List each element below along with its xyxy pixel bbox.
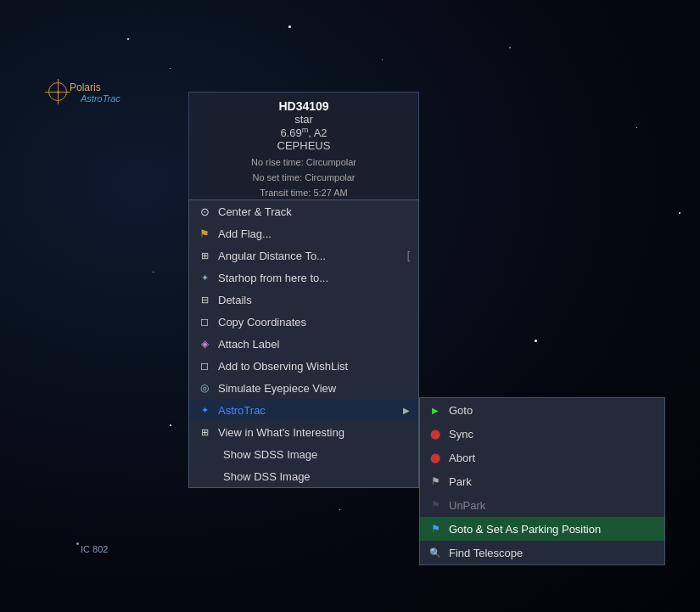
object-info-box: HD34109 star 6.69m, A2 CEPHEUS No rise t… xyxy=(188,92,419,208)
find-telescope-label: Find Telescope xyxy=(449,547,523,559)
menu-item-add-flag[interactable]: ⚑ Add Flag... xyxy=(189,222,418,244)
menu-item-simulate-eyepiece[interactable]: ◎ Simulate Eyepiece View xyxy=(189,377,418,399)
goto-icon: ▶ xyxy=(428,403,442,417)
star-dot xyxy=(636,127,637,128)
star-dot xyxy=(382,59,383,60)
goto-set-parking-label: Goto & Set As Parking Position xyxy=(449,523,601,536)
starhop-label: Starhop from here to... xyxy=(218,272,328,284)
submenu-item-park[interactable]: ⚑ Park xyxy=(420,469,664,493)
simulate-eyepiece-icon: ◎ xyxy=(198,381,211,395)
menu-item-show-dss[interactable]: Show DSS Image xyxy=(189,465,418,487)
goto-set-parking-icon: ⚑ xyxy=(428,522,442,536)
sync-label: Sync xyxy=(449,428,473,441)
menu-item-starhop[interactable]: ✦ Starhop from here to... xyxy=(189,267,418,289)
object-type: star xyxy=(194,113,413,126)
simulate-eyepiece-label: Simulate Eyepiece View xyxy=(218,382,336,395)
context-menu: ⊙ Center & Track ⚑ Add Flag... ⊞ Angular… xyxy=(188,199,419,488)
submenu-item-unpark: ⚑ UnPark xyxy=(420,493,664,517)
star-dot xyxy=(288,25,291,28)
menu-item-details[interactable]: ⊟ Details xyxy=(189,289,418,311)
center-track-label: Center & Track xyxy=(218,205,292,218)
starhop-icon: ✦ xyxy=(198,271,211,284)
details-icon: ⊟ xyxy=(198,293,211,306)
angular-distance-label: Angular Distance To... xyxy=(218,250,326,262)
add-flag-icon: ⚑ xyxy=(198,227,211,240)
add-wishlist-label: Add to Observing WishList xyxy=(218,360,348,373)
menu-item-angular-distance[interactable]: ⊞ Angular Distance To... [ xyxy=(189,244,418,267)
show-dss-label: Show DSS Image xyxy=(218,470,311,483)
submenu-item-sync[interactable]: ⬤ Sync xyxy=(420,422,664,446)
star-dot xyxy=(509,47,511,48)
abort-label: Abort xyxy=(449,452,475,464)
star-dot xyxy=(535,340,537,342)
park-label: Park xyxy=(449,475,472,488)
menu-item-copy-coords[interactable]: ◻ Copy Coordinates xyxy=(189,311,418,333)
attach-label-icon: ◈ xyxy=(198,337,211,351)
menu-item-add-wishlist[interactable]: ◻ Add to Observing WishList xyxy=(189,355,418,377)
object-magnitude: 6.69m, A2 xyxy=(194,126,413,139)
abort-icon: ⬤ xyxy=(428,451,442,464)
find-telescope-icon: 🔍 xyxy=(428,546,442,559)
object-name: HD34109 xyxy=(194,99,413,113)
star-dot xyxy=(153,272,154,272)
copy-coords-label: Copy Coordinates xyxy=(218,316,306,328)
menu-item-show-sdss[interactable]: Show SDSS Image xyxy=(189,443,418,465)
angular-distance-icon: ⊞ xyxy=(198,249,211,262)
view-interesting-icon: ⊞ xyxy=(198,425,211,439)
star-dot xyxy=(339,509,340,510)
angular-distance-shortcut: [ xyxy=(407,250,410,261)
show-dss-icon xyxy=(198,469,211,483)
show-sdss-label: Show SDSS Image xyxy=(218,448,317,461)
star-dot xyxy=(679,212,680,214)
submenu-item-goto[interactable]: ▶ Goto xyxy=(420,398,664,422)
unpark-label: UnPark xyxy=(449,499,485,512)
astrotrac-mount-label: AstroTrac xyxy=(81,93,120,104)
ic802-dot xyxy=(76,542,79,545)
show-sdss-icon xyxy=(198,447,211,461)
attach-label-label: Attach Label xyxy=(218,338,279,351)
star-dot xyxy=(127,38,129,40)
add-wishlist-icon: ◻ xyxy=(198,359,211,373)
unpark-icon: ⚑ xyxy=(428,498,442,512)
object-constellation: CEPHEUS xyxy=(194,139,413,152)
star-dot xyxy=(170,68,171,69)
ic802-label: IC 802 xyxy=(81,544,108,554)
sync-icon: ⬤ xyxy=(428,427,442,441)
crosshair-dot xyxy=(57,91,59,93)
menu-item-view-interesting[interactable]: ⊞ View in What's Interesting xyxy=(189,421,418,443)
menu-item-astrotrac[interactable]: ✦ AstroTrac xyxy=(189,399,418,421)
goto-label: Goto xyxy=(449,404,473,417)
polaris-label: Polaris xyxy=(70,81,101,93)
center-track-icon: ⊙ xyxy=(198,205,211,218)
object-rise-time: No rise time: Circumpolar No set time: C… xyxy=(194,155,413,200)
astrotrac-submenu: ▶ Goto ⬤ Sync ⬤ Abort ⚑ Park ⚑ UnPark ⚑ … xyxy=(419,397,665,565)
park-icon: ⚑ xyxy=(428,474,442,488)
submenu-item-abort[interactable]: ⬤ Abort xyxy=(420,446,664,469)
star-dot xyxy=(170,424,171,426)
astrotrac-menu-icon: ✦ xyxy=(198,403,211,417)
astrotrac-menu-label: AstroTrac xyxy=(218,404,266,417)
submenu-item-goto-set-parking[interactable]: ⚑ Goto & Set As Parking Position xyxy=(420,517,664,541)
copy-coords-icon: ◻ xyxy=(198,315,211,328)
submenu-item-find-telescope[interactable]: 🔍 Find Telescope xyxy=(420,541,664,564)
details-label: Details xyxy=(218,294,252,306)
add-flag-label: Add Flag... xyxy=(218,227,272,240)
view-interesting-label: View in What's Interesting xyxy=(218,426,344,439)
menu-item-center-track[interactable]: ⊙ Center & Track xyxy=(189,200,418,222)
menu-item-attach-label[interactable]: ◈ Attach Label xyxy=(189,333,418,355)
